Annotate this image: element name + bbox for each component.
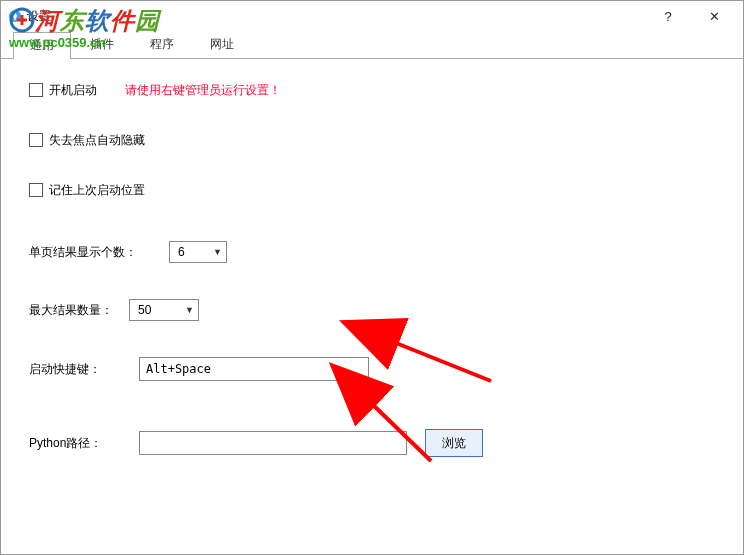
checkbox-remember-pos[interactable] [29,183,43,197]
input-python-path[interactable] [139,431,407,455]
tab-general[interactable]: 通用 [13,32,71,59]
label-hotkey: 启动快捷键： [29,361,119,378]
label-max-results: 最大结果数量： [29,302,119,319]
close-button[interactable]: ✕ [691,2,737,30]
title-buttons: ? ✕ [645,2,737,30]
label-python-path: Python路径： [29,435,119,452]
browse-button[interactable]: 浏览 [425,429,483,457]
checkbox-startup[interactable] [29,83,43,97]
row-startup: 开机启动 请使用右键管理员运行设置！ [29,79,727,101]
row-max-results: 最大结果数量： 50 ▼ [29,299,727,321]
tab-programs[interactable]: 程序 [133,31,191,58]
select-max-results-value: 50 [138,303,151,317]
label-autohide: 失去焦点自动隐藏 [49,132,145,149]
label-page-results: 单页结果显示个数： [29,244,139,261]
select-max-results[interactable]: 50 ▼ [129,299,199,321]
tab-urls[interactable]: 网址 [193,31,251,58]
help-button[interactable]: ? [645,2,691,30]
select-page-results-value: 6 [178,245,185,259]
window-title: 设置 [27,8,645,25]
input-hotkey[interactable] [139,357,369,381]
label-startup: 开机启动 [49,82,97,99]
caret-icon: ▼ [185,305,194,315]
row-python-path: Python路径： 浏览 [29,429,727,457]
tab-content: 开机启动 请使用右键管理员运行设置！ 失去焦点自动隐藏 记住上次启动位置 单页结… [1,59,743,501]
row-remember-pos: 记住上次启动位置 [29,179,727,201]
row-hotkey: 启动快捷键： [29,357,727,381]
settings-window: 河东软件园 www.pc0359.cn 设置 ? ✕ 通用 插件 程序 网址 开… [0,0,744,555]
tab-plugins[interactable]: 插件 [73,31,131,58]
row-autohide: 失去焦点自动隐藏 [29,129,727,151]
warning-text: 请使用右键管理员运行设置！ [125,82,281,99]
label-remember-pos: 记住上次启动位置 [49,182,145,199]
caret-icon: ▼ [213,247,222,257]
row-page-results: 单页结果显示个数： 6 ▼ [29,241,727,263]
tabs: 通用 插件 程序 网址 [1,31,743,59]
select-page-results[interactable]: 6 ▼ [169,241,227,263]
titlebar: 设置 ? ✕ [1,1,743,31]
checkbox-autohide[interactable] [29,133,43,147]
app-icon [7,8,23,24]
